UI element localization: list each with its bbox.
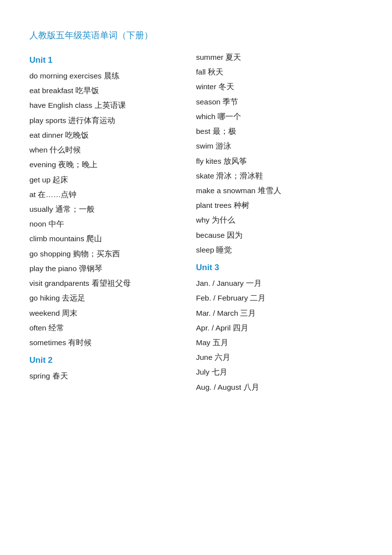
vocab-item: weekend 周末 [29,306,196,321]
vocab-item: summer 夏天 [196,50,363,65]
vocab-item: noon 中午 [29,217,196,231]
left-column: Unit 1do morning exercises 晨练eat breakfa… [29,50,196,395]
unit-title: Unit 1 [29,52,196,69]
vocab-item: make a snowman 堆雪人 [196,183,363,198]
vocab-item: at 在……点钟 [29,187,196,202]
vocab-item: June 六月 [196,350,363,365]
vocab-item: season 季节 [196,95,363,109]
vocab-item: July 七月 [196,365,363,379]
vocab-item: fly kites 放风筝 [196,154,363,169]
vocab-item: get up 起床 [29,173,196,187]
vocab-item: Aug. / August 八月 [196,380,363,395]
vocab-item: May 五月 [196,335,363,350]
vocab-item: which 哪一个 [196,109,363,124]
right-column: summer 夏天fall 秋天winter 冬天season 季节which … [196,50,363,395]
vocab-item: sleep 睡觉 [196,243,363,257]
vocab-item: eat breakfast 吃早饭 [29,83,196,98]
page-title: 人教版五年级英语单词（下册） [29,29,363,41]
vocab-item: eat dinner 吃晚饭 [29,128,196,143]
vocab-item: swim 游泳 [196,139,363,153]
vocab-item: play sports 进行体育运动 [29,113,196,128]
vocab-item: often 经常 [29,321,196,335]
unit-title: Unit 2 [29,352,196,369]
vocab-item: play the piano 弹钢琴 [29,261,196,276]
vocab-item: why 为什么 [196,213,363,227]
vocab-item: usually 通常；一般 [29,202,196,217]
vocab-item: evening 夜晚；晚上 [29,157,196,172]
vocab-item: skate 滑冰；滑冰鞋 [196,169,363,183]
vocab-item: Mar. / March 三月 [196,306,363,321]
vocab-item: Jan. / January 一月 [196,276,363,291]
vocab-item: have English class 上英语课 [29,98,196,113]
vocab-item: when 什么时候 [29,143,196,157]
vocab-item: sometimes 有时候 [29,335,196,350]
vocab-item: go shopping 购物；买东西 [29,247,196,261]
vocab-item: best 最；极 [196,124,363,139]
vocab-item: winter 冬天 [196,79,363,94]
vocab-item: climb mountains 爬山 [29,231,196,246]
unit-title: Unit 3 [196,259,363,276]
vocab-item: spring 春天 [29,369,196,383]
vocab-item: plant trees 种树 [196,198,363,213]
vocab-item: Apr. / April 四月 [196,321,363,335]
vocab-item: fall 秋天 [196,65,363,79]
vocab-item: because 因为 [196,228,363,243]
vocab-item: visit grandparents 看望祖父母 [29,276,196,291]
vocab-item: go hiking 去远足 [29,291,196,305]
vocab-item: do morning exercises 晨练 [29,69,196,83]
vocab-item: Feb. / February 二月 [196,291,363,305]
